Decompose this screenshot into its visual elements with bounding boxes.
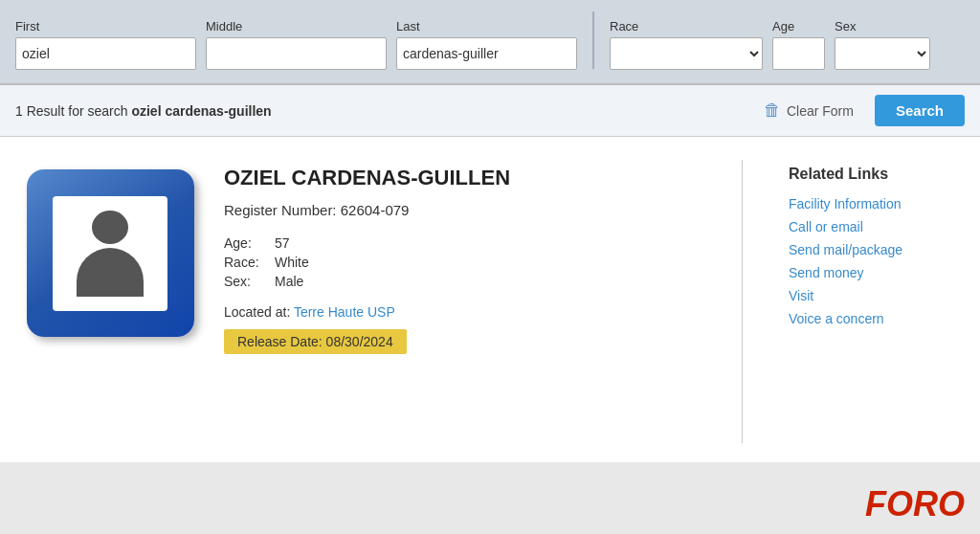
race-detail-label: Race: [224, 255, 267, 270]
register-label: Register Number: [224, 202, 337, 218]
location-line: Located at: Terre Haute USP [224, 304, 696, 320]
middle-input[interactable] [206, 37, 387, 70]
results-prefix: Result for search [27, 103, 132, 119]
results-text: 1 Result for search oziel cardenas-guill… [15, 103, 272, 119]
avatar-inner [53, 196, 167, 311]
first-label: First [15, 19, 196, 33]
avatar-container [19, 160, 201, 443]
first-field-group: First [15, 19, 196, 70]
age-detail-label: Age: [224, 235, 267, 251]
link-visit[interactable]: Visit [789, 288, 961, 303]
sex-field-group: Sex Male Female [835, 19, 930, 70]
link-call-or-email[interactable]: Call or email [789, 219, 961, 234]
register-number: Register Number: 62604-079 [224, 202, 696, 218]
sex-label: Sex [835, 19, 930, 33]
release-label: Release Date: [237, 334, 323, 349]
age-input[interactable] [772, 37, 825, 70]
related-links: Related Links Facility Information Call … [789, 160, 961, 443]
release-badge: Release Date: 08/30/2024 [224, 329, 407, 354]
middle-label: Middle [206, 19, 387, 33]
search-row: First Middle Last Race White Black Hispa… [15, 11, 965, 70]
link-send-money[interactable]: Send money [789, 265, 961, 280]
race-field-group: Race White Black Hispanic Asian [610, 19, 763, 70]
link-voice-a-concern[interactable]: Voice a concern [789, 311, 961, 326]
age-label: Age [772, 19, 825, 33]
sex-detail-label: Sex: [224, 274, 267, 289]
vertical-divider [742, 160, 743, 443]
clear-form-button[interactable]: 🗑 Clear Form [756, 97, 861, 124]
age-row: Age: 57 [224, 235, 696, 251]
results-bar: 1 Result for search oziel cardenas-guill… [0, 85, 980, 137]
related-links-title: Related Links [789, 166, 961, 183]
last-input[interactable] [396, 37, 577, 70]
race-select[interactable]: White Black Hispanic Asian [610, 37, 763, 70]
release-date: 08/30/2024 [326, 334, 393, 349]
inmate-name: OZIEL CARDENAS-GUILLEN [224, 166, 696, 190]
detail-table: Age: 57 Race: White Sex: Male [224, 235, 696, 289]
sex-detail-value: Male [275, 274, 303, 289]
content-area: OZIEL CARDENAS-GUILLEN Register Number: … [0, 137, 980, 462]
search-area: First Middle Last Race White Black Hispa… [0, 0, 980, 85]
avatar-head [92, 211, 128, 244]
race-row: Race: White [224, 255, 696, 270]
results-count: 1 [15, 103, 23, 119]
avatar-body [77, 248, 144, 297]
location-link[interactable]: Terre Haute USP [294, 304, 395, 320]
avatar-silhouette [72, 211, 148, 297]
age-detail-value: 57 [275, 235, 290, 251]
clear-form-label: Clear Form [787, 103, 854, 119]
trash-icon: 🗑 [764, 100, 781, 121]
results-actions: 🗑 Clear Form Search [756, 95, 965, 126]
location-prefix: Located at: [224, 304, 290, 320]
results-search-term: oziel cardenas-guillen [131, 103, 271, 119]
link-facility-information[interactable]: Facility Information [789, 196, 961, 211]
search-divider [592, 11, 594, 69]
last-label: Last [396, 19, 577, 33]
avatar-box [27, 169, 194, 337]
inmate-info: OZIEL CARDENAS-GUILLEN Register Number: … [224, 160, 696, 443]
first-input[interactable] [15, 37, 196, 70]
register-value: 62604-079 [341, 202, 410, 218]
age-field-group: Age [772, 19, 825, 70]
last-field-group: Last [396, 19, 577, 70]
race-detail-value: White [275, 255, 309, 270]
inmate-card: OZIEL CARDENAS-GUILLEN Register Number: … [19, 160, 961, 443]
middle-field-group: Middle [206, 19, 387, 70]
foro-watermark: FORO [865, 484, 965, 524]
race-label: Race [610, 19, 763, 33]
link-send-mail-package[interactable]: Send mail/package [789, 242, 961, 257]
sex-row: Sex: Male [224, 274, 696, 289]
search-button[interactable]: Search [875, 95, 965, 126]
sex-select[interactable]: Male Female [835, 37, 930, 70]
